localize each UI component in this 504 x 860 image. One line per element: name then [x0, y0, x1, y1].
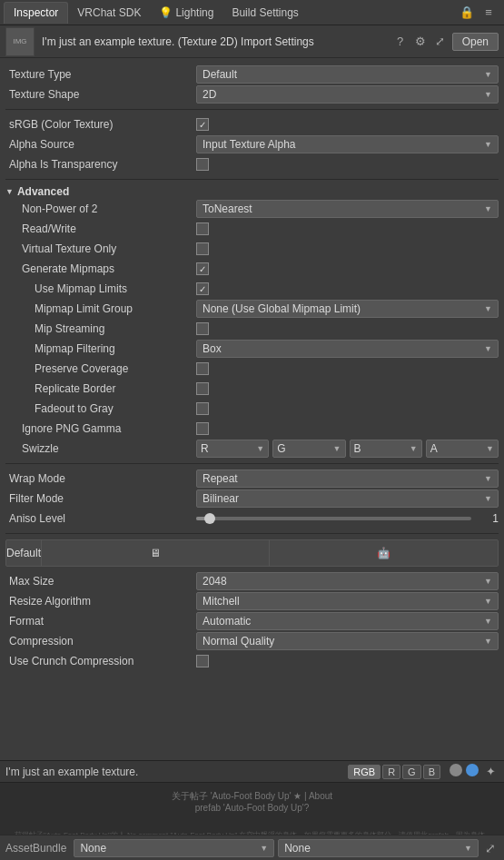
- alpha-source-control: Input Texture Alpha ▼: [196, 135, 499, 153]
- channel-rgb-btn[interactable]: RGB: [348, 765, 380, 779]
- mipmap-filtering-dropdown[interactable]: Box ▼: [196, 340, 499, 358]
- platform-default-btn[interactable]: Default: [6, 540, 42, 566]
- tab-bar: Inspector VRChat SDK 💡 Lighting Build Se…: [0, 0, 504, 25]
- generate-mipmaps-control: [196, 262, 499, 275]
- replicate-border-row: Replicate Border: [5, 380, 499, 398]
- preserve-coverage-checkbox[interactable]: [196, 362, 209, 375]
- filter-mode-row: Filter Mode Bilinear ▼: [5, 489, 499, 508]
- settings-icon[interactable]: ⚙: [412, 34, 429, 50]
- wrap-mode-label: Wrap Mode: [5, 472, 196, 485]
- ignore-png-gamma-label: Ignore PNG Gamma: [5, 422, 196, 435]
- aniso-slider[interactable]: [196, 517, 471, 520]
- max-size-dropdown[interactable]: 2048 ▼: [196, 572, 499, 590]
- format-control: Automatic ▼: [196, 612, 499, 630]
- texture-shape-dropdown[interactable]: 2D ▼: [196, 85, 499, 104]
- channel-r-btn[interactable]: R: [382, 765, 400, 779]
- read-write-checkbox[interactable]: [196, 222, 209, 235]
- texture-shape-value: 2D: [203, 88, 216, 101]
- tab-vrchat-sdk[interactable]: VRChat SDK: [68, 2, 150, 24]
- channel-b-btn[interactable]: B: [423, 765, 440, 779]
- platform-android-btn[interactable]: 🤖: [270, 540, 498, 566]
- max-size-label: Max Size: [5, 575, 196, 588]
- menu-icon[interactable]: ≡: [480, 5, 497, 21]
- ignore-png-gamma-checkbox[interactable]: [196, 422, 209, 435]
- swizzle-r-value: R: [201, 442, 209, 455]
- swizzle-a-value: A: [430, 442, 438, 455]
- preserve-coverage-row: Preserve Coverage: [5, 360, 499, 378]
- wrap-mode-row: Wrap Mode Repeat ▼: [5, 470, 499, 488]
- alpha-source-dropdown[interactable]: Input Texture Alpha ▼: [196, 135, 499, 153]
- fadeout-gray-control: [196, 402, 499, 415]
- tab-lighting[interactable]: 💡 Lighting: [150, 2, 222, 24]
- swizzle-b-dropdown[interactable]: B ▼: [350, 440, 422, 458]
- tab-build-label: Build Settings: [232, 6, 298, 19]
- crunch-label: Use Crunch Compression: [5, 655, 196, 667]
- virtual-texture-checkbox[interactable]: [196, 242, 209, 255]
- replicate-border-checkbox[interactable]: [196, 382, 209, 395]
- use-mipmap-limits-control: [196, 282, 499, 295]
- preview-label: I'm just an example texture.: [5, 766, 342, 778]
- preview-toggle-1[interactable]: [450, 764, 462, 776]
- max-size-control: 2048 ▼: [196, 572, 499, 590]
- texture-type-arrow: ▼: [484, 70, 492, 79]
- lock-icon[interactable]: 🔒: [459, 5, 475, 21]
- wrap-mode-dropdown[interactable]: Repeat ▼: [196, 470, 499, 488]
- srgb-checkbox[interactable]: [196, 118, 209, 131]
- texture-type-dropdown[interactable]: Default ▼: [196, 65, 499, 84]
- texture-shape-arrow: ▼: [484, 90, 492, 99]
- non-power-dropdown[interactable]: ToNearest ▼: [196, 200, 499, 218]
- texture-thumbnail: IMG: [5, 27, 35, 56]
- swizzle-g-dropdown[interactable]: G ▼: [272, 440, 345, 458]
- compression-value: Normal Quality: [203, 635, 274, 647]
- asset-bundle-label: AssetBundle: [5, 842, 66, 855]
- virtual-texture-label: Virtual Texture Only: [5, 242, 196, 255]
- advanced-section-header[interactable]: ▼ Advanced: [5, 185, 499, 198]
- filter-mode-dropdown[interactable]: Bilinear ▼: [196, 489, 499, 508]
- alpha-transparency-checkbox[interactable]: [196, 158, 209, 171]
- non-power-value: ToNearest: [203, 203, 252, 215]
- compression-dropdown[interactable]: Normal Quality ▼: [196, 632, 499, 650]
- mipmap-limit-group-dropdown[interactable]: None (Use Global Mipmap Limit) ▼: [196, 300, 499, 318]
- help-icon[interactable]: ?: [392, 34, 409, 50]
- channel-g-btn[interactable]: G: [402, 765, 421, 779]
- tab-vrchat-label: VRChat SDK: [77, 6, 141, 19]
- resize-algorithm-dropdown[interactable]: Mitchell ▼: [196, 592, 499, 610]
- asset-title: I'm just an example texture. (Texture 2D…: [42, 35, 392, 48]
- advanced-arrow: ▼: [5, 187, 14, 196]
- aniso-level-control: 1: [196, 512, 499, 525]
- tab-build-settings[interactable]: Build Settings: [222, 2, 307, 24]
- tab-lighting-label: Lighting: [175, 6, 213, 19]
- swizzle-row-outer: Swizzle R ▼ G ▼ B ▼ A ▼: [5, 440, 499, 458]
- tab-inspector[interactable]: Inspector: [4, 2, 68, 24]
- swizzle-r-dropdown[interactable]: R ▼: [196, 440, 269, 458]
- alpha-source-arrow: ▼: [484, 140, 492, 149]
- asset-bundle-dropdown-1[interactable]: None ▼: [74, 839, 274, 857]
- asset-bundle-value-1: None: [80, 842, 106, 855]
- format-dropdown[interactable]: Automatic ▼: [196, 612, 499, 630]
- preview-toggle-2[interactable]: [466, 764, 479, 776]
- wrap-mode-arrow: ▼: [484, 474, 492, 483]
- preserve-coverage-label: Preserve Coverage: [5, 362, 196, 375]
- fadeout-gray-checkbox[interactable]: [196, 402, 209, 415]
- alpha-source-label: Alpha Source: [5, 138, 196, 151]
- monitor-icon: 🖥: [150, 547, 161, 559]
- srgb-row: sRGB (Color Texture): [5, 115, 499, 133]
- divider-4: [5, 533, 499, 534]
- preview-star-icon[interactable]: ✦: [482, 764, 499, 780]
- resize-algorithm-label: Resize Algorithm: [5, 595, 196, 608]
- texture-shape-label: Texture Shape: [5, 88, 196, 101]
- asset-bundle-dropdown-2[interactable]: None ▼: [278, 839, 479, 857]
- read-write-label: Read/Write: [5, 222, 196, 235]
- open-button[interactable]: Open: [452, 33, 499, 51]
- crunch-checkbox[interactable]: [196, 655, 209, 667]
- inspector-content: Texture Type Default ▼ Texture Shape 2D …: [0, 58, 504, 760]
- expand-icon[interactable]: ⤢: [432, 34, 449, 50]
- generate-mipmaps-checkbox[interactable]: [196, 262, 209, 275]
- use-mipmap-limits-checkbox[interactable]: [196, 282, 209, 295]
- mip-streaming-checkbox[interactable]: [196, 322, 209, 335]
- swizzle-g-value: G: [277, 442, 285, 455]
- corner-expand-icon[interactable]: ⤢: [482, 840, 499, 856]
- swizzle-a-dropdown[interactable]: A ▼: [426, 440, 499, 458]
- swizzle-control: R ▼ G ▼ B ▼ A ▼: [196, 440, 499, 458]
- platform-monitor-btn[interactable]: 🖥: [42, 540, 270, 566]
